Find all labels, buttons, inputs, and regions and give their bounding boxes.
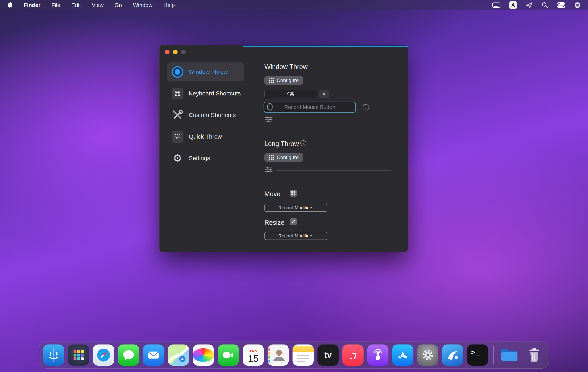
keyboard-icon[interactable]: [492, 2, 501, 8]
dock-item-contacts[interactable]: [268, 344, 289, 366]
sidebar-item-label: Window Throw: [189, 69, 228, 75]
calendar-month: JAN: [249, 349, 257, 353]
minimize-button[interactable]: [173, 50, 178, 54]
dock-item-window-app[interactable]: [442, 344, 463, 366]
configure-label: Configure: [277, 77, 299, 83]
apple-menu-icon[interactable]: [7, 1, 13, 9]
menu-item-edit[interactable]: Edit: [71, 2, 81, 9]
zoom-button[interactable]: [181, 50, 186, 54]
dock-item-system-preferences[interactable]: [417, 344, 438, 366]
notes-header-stripe: [293, 346, 314, 352]
grid-icon: [269, 78, 274, 83]
dock-item-photos[interactable]: [193, 344, 214, 366]
dock-item-facetime[interactable]: [218, 344, 239, 366]
sidebar-item-custom-shortcuts[interactable]: Custom Shortcuts: [167, 105, 244, 125]
mouse-icon: [267, 103, 273, 111]
menubar-status-icons: A: [492, 1, 581, 9]
dock-item-podcasts[interactable]: [367, 344, 388, 366]
dock-item-apple-tv[interactable]: tv: [317, 344, 339, 366]
menu-item-go[interactable]: Go: [115, 2, 122, 9]
music-note-icon: ♫: [349, 349, 357, 361]
record-modifiers-button-resize[interactable]: Record Modifiers: [264, 232, 327, 240]
sidebar-item-settings[interactable]: ⚙ Settings: [167, 149, 244, 168]
calendar-day: 15: [248, 353, 259, 363]
shortcut-value: ^⌘: [287, 91, 294, 97]
sidebar: Window Throw ⌘ Keyboard Shortcuts Custom…: [167, 62, 244, 168]
dock-item-launchpad[interactable]: [68, 344, 89, 366]
move-grid-icon: [290, 190, 297, 197]
options-sliders-icon[interactable]: [265, 117, 273, 123]
menubar-left: Finder File Edit View Go Window Help: [7, 1, 175, 9]
record-mouse-placeholder: Record Mouse Button: [273, 104, 347, 110]
spotlight-search-icon[interactable]: [542, 2, 548, 9]
move-label: Move: [264, 190, 281, 198]
command-key-icon: ⌘: [172, 88, 183, 99]
dock-item-safari[interactable]: [93, 344, 114, 366]
dock-item-finder[interactable]: [43, 344, 64, 366]
app-window: Window Throw ⌘ Keyboard Shortcuts Custom…: [159, 45, 408, 252]
menu-app-name[interactable]: Finder: [24, 2, 40, 9]
record-mouse-button-field[interactable]: Record Mouse Button: [263, 102, 356, 113]
configure-button-window-throw[interactable]: Configure: [264, 76, 303, 85]
dock-item-terminal[interactable]: >_: [467, 344, 488, 366]
divider: [276, 170, 391, 171]
dock-item-music[interactable]: ♫: [342, 344, 364, 366]
sidebar-item-label: Keyboard Shortcuts: [189, 90, 241, 97]
sidebar-item-label: Settings: [189, 155, 210, 162]
siri-icon[interactable]: [574, 2, 581, 9]
resize-arrow-icon: [290, 218, 297, 225]
target-icon: [171, 66, 184, 78]
record-modifiers-label: Record Modifiers: [278, 205, 314, 210]
dock-item-maps[interactable]: [168, 344, 189, 366]
menubar: Finder File Edit View Go Window Help A: [0, 0, 588, 10]
sidebar-item-keyboard-shortcuts[interactable]: ⌘ Keyboard Shortcuts: [167, 84, 244, 103]
options-sliders-icon[interactable]: [265, 167, 273, 173]
apple-tv-label: tv: [325, 351, 332, 360]
long-throw-title: Long Throw: [264, 140, 299, 148]
dock-item-notes[interactable]: [293, 344, 314, 366]
traffic-lights: [165, 50, 186, 54]
control-center-icon[interactable]: [557, 2, 565, 8]
record-modifiers-button-move[interactable]: Record Modifiers: [264, 204, 327, 212]
grid-icon: [269, 155, 274, 160]
resize-label: Resize: [264, 219, 284, 226]
close-button[interactable]: [165, 50, 169, 54]
sidebar-item-quick-throw[interactable]: Quick Throw: [167, 127, 244, 146]
info-icon-window-throw[interactable]: i: [363, 104, 369, 110]
menu-item-window[interactable]: Window: [133, 2, 152, 9]
menu-item-view[interactable]: View: [92, 2, 104, 9]
sidebar-item-label: Custom Shortcuts: [189, 112, 236, 119]
titlebar-accent: [243, 45, 408, 47]
tools-icon: [171, 109, 184, 122]
dock-item-messages[interactable]: [118, 344, 139, 366]
dock-item-trash[interactable]: [524, 344, 545, 366]
configure-label: Configure: [277, 154, 299, 160]
configure-button-long-throw[interactable]: Configure: [264, 153, 303, 162]
dock: JAN 15 tv ♫ >_: [39, 341, 549, 369]
close-x-icon: ✕: [322, 91, 326, 97]
menu-item-help[interactable]: Help: [163, 2, 175, 9]
record-modifiers-label: Record Modifiers: [278, 233, 314, 239]
sidebar-item-label: Quick Throw: [189, 133, 222, 140]
dock-item-app-store[interactable]: [392, 344, 413, 366]
sidebar-item-window-throw[interactable]: Window Throw: [167, 62, 244, 81]
dock-item-calendar[interactable]: JAN 15: [243, 344, 264, 366]
shortcut-field[interactable]: ^⌘: [264, 90, 317, 98]
photos-flower-icon: [193, 348, 214, 362]
dock-item-mail[interactable]: [143, 344, 164, 366]
paper-plane-icon[interactable]: [526, 2, 533, 9]
terminal-prompt-glyph: >_: [471, 348, 480, 356]
info-icon-long-throw[interactable]: i: [300, 140, 306, 146]
quick-throw-icon: [172, 131, 183, 143]
gear-icon: ⚙: [173, 153, 182, 163]
clear-shortcut-button[interactable]: ✕: [319, 90, 329, 98]
input-source-icon[interactable]: A: [509, 1, 517, 9]
menu-item-file[interactable]: File: [51, 2, 60, 9]
divider: [276, 120, 391, 120]
dock-separator: [493, 346, 494, 364]
window-throw-title: Window Throw: [264, 63, 307, 71]
dock-item-downloads[interactable]: [499, 344, 520, 366]
